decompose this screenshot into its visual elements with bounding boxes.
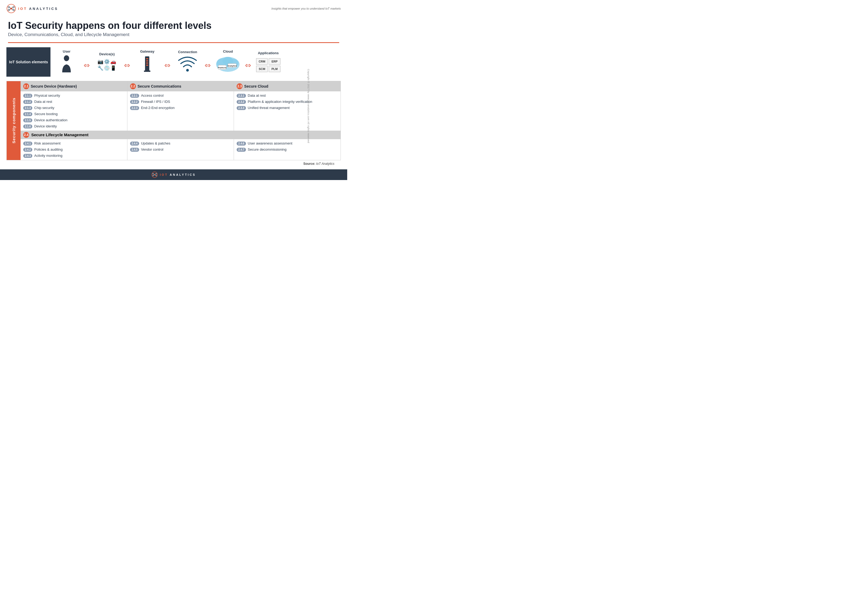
- user-icon: [61, 55, 72, 74]
- svg-point-31: [156, 175, 157, 176]
- communications-title: Secure Communications: [137, 84, 181, 88]
- list-item: 2.1.1 Physical security: [23, 93, 125, 98]
- item-text: Data at rest: [248, 93, 266, 98]
- applications-label: Applications: [258, 51, 279, 55]
- car-icon: 🚗: [110, 59, 116, 65]
- footer: IOT ANALYTICS: [0, 169, 347, 180]
- footer-logo-text: IOT ANALYTICS: [160, 173, 196, 176]
- svg-line-6: [10, 7, 11, 9]
- item-badge: 2.3.1: [237, 94, 246, 98]
- connection-label: Connection: [178, 50, 197, 54]
- lifecycle-num-badge: 2.4: [23, 132, 29, 138]
- svg-point-28: [152, 173, 154, 174]
- svg-point-30: [152, 175, 154, 176]
- devices-label: Device(s): [99, 52, 115, 56]
- svg-rect-13: [146, 60, 148, 61]
- item-badge: 2.2.1: [130, 94, 139, 98]
- device-header: 2.1 Secure Device (Hardware): [21, 81, 127, 92]
- cloud-sec-header: 2.3 Secure Cloud: [234, 81, 341, 92]
- item-text: Unified threat management: [248, 106, 290, 110]
- svg-line-8: [10, 9, 11, 10]
- item-text: End-2-End encryption: [141, 106, 175, 110]
- list-item: 2.4.1 Risk assessment: [23, 141, 125, 146]
- svg-line-34: [153, 175, 154, 175]
- svg-rect-15: [146, 65, 148, 66]
- item-badge: 2.3.2: [237, 100, 246, 104]
- arrow-connection-cloud: ⇔: [205, 61, 211, 70]
- source-text: Source: IoT Analytics: [6, 160, 341, 167]
- lifecycle-section: 2.4 Secure Lifecycle Management 2.4.1 Ri…: [21, 131, 341, 160]
- list-item: 2.2.2 Firewall / IPS / IDS: [130, 100, 231, 104]
- security-left-label: Security components: [7, 81, 21, 160]
- item-badge: 2.1.4: [23, 112, 32, 116]
- arrow-gateway-connection: ⇔: [164, 61, 171, 70]
- diagram-col-devices: Device(s) 📷 ⚙️ 🚗 🔧 💿 📱: [91, 52, 123, 71]
- iot-solution-label: IoT Solution elements: [6, 47, 50, 77]
- logo-text: IOT ANALYTICS: [18, 6, 58, 11]
- svg-point-1: [10, 8, 12, 9]
- item-badge: 2.1.1: [23, 94, 32, 98]
- item-badge: 2.2.2: [130, 100, 139, 104]
- gateway-label: Gateway: [140, 49, 154, 53]
- list-item: 2.1.3 Chip security: [23, 106, 125, 110]
- svg-point-27: [154, 174, 155, 175]
- item-text: Access control: [141, 93, 164, 98]
- lifecycle-col-1: 2.4.1 Risk assessment 2.4.2 Policies & a…: [21, 139, 127, 160]
- item-text: Vendor control: [141, 148, 163, 151]
- svg-rect-14: [146, 63, 148, 64]
- device-icons: 📷 ⚙️ 🚗 🔧 💿 📱: [97, 59, 116, 71]
- cloud-num-badge: 2.3: [237, 83, 242, 89]
- security-table: Security components 2.1 Secure Device (H…: [6, 81, 341, 160]
- svg-rect-16: [144, 70, 150, 72]
- wifi-icon: [178, 56, 197, 73]
- lifecycle-header: 2.4 Secure Lifecycle Management: [21, 131, 341, 139]
- main-content: IoT Solution elements User ⇔ Device(s) 📷…: [0, 43, 347, 169]
- diagram-col-user: User: [50, 49, 82, 74]
- item-badge: 2.2.3: [130, 106, 139, 110]
- item-text: Policies & auditing: [34, 148, 62, 151]
- footer-logo-icon: [151, 171, 158, 178]
- item-text: User awareness assessment: [248, 141, 292, 145]
- cloud-items: 2.3.1 Data at rest 2.3.2 Platform & appl…: [234, 92, 341, 131]
- list-item: 2.1.6 Device identity: [23, 124, 125, 128]
- item-badge: 2.4.2: [23, 148, 32, 152]
- item-text: Chip security: [34, 106, 54, 110]
- list-item: 2.4.5 Vendor control: [130, 148, 231, 152]
- item-text: Platform & application integrity verific…: [248, 100, 312, 104]
- item-text: Firewall / IPS / IDS: [141, 100, 170, 104]
- svg-line-7: [12, 7, 13, 9]
- main-title: IoT Security happens on four different l…: [8, 20, 339, 31]
- communications-items: 2.2.1 Access control 2.2.2 Firewall / IP…: [127, 92, 234, 131]
- item-badge: 2.4.1: [23, 142, 32, 146]
- svg-text:Platform: Platform: [218, 67, 227, 69]
- sub-title: Device, Communications, Cloud, and Lifec…: [8, 32, 339, 37]
- diagram-col-connection: Connection: [172, 50, 204, 73]
- svg-line-35: [155, 175, 155, 175]
- logo-area: IOT ANALYTICS: [6, 4, 58, 13]
- cloud-icon: Platform Analytics: [215, 55, 241, 74]
- lifecycle-col-3: 2.4.6 User awareness assessment 2.4.7 Se…: [234, 139, 341, 160]
- device-title: Secure Device (Hardware): [31, 84, 77, 88]
- item-text: Device authentication: [34, 118, 67, 122]
- communications-num-badge: 2.2: [130, 83, 136, 89]
- list-item: 2.4.6 User awareness assessment: [237, 141, 338, 146]
- item-text: Secure booting: [34, 112, 58, 116]
- list-item: 2.3.2 Platform & application integrity v…: [237, 100, 338, 104]
- svg-line-32: [153, 174, 154, 174]
- list-item: 2.2.1 Access control: [130, 93, 231, 98]
- svg-text:Analytics: Analytics: [228, 65, 237, 67]
- gateway-icon: [141, 55, 153, 74]
- settings-icon: ⚙️: [104, 59, 110, 65]
- cloud-label: Cloud: [223, 49, 233, 53]
- item-badge: 2.4.4: [130, 142, 139, 146]
- svg-point-10: [64, 55, 69, 61]
- list-item: 2.4.3 Activity monitoring: [23, 154, 125, 158]
- item-badge: 2.4.3: [23, 154, 32, 158]
- svg-point-17: [186, 69, 189, 72]
- diagram-section: IoT Solution elements User ⇔ Device(s) 📷…: [6, 47, 341, 77]
- three-col-row: 2.1 Secure Device (Hardware) 2.1.1 Physi…: [21, 81, 341, 131]
- list-item: 2.2.3 End-2-End encryption: [130, 106, 231, 110]
- device-items: 2.1.1 Physical security 2.1.2 Data at re…: [21, 92, 127, 131]
- disc-icon: 💿: [104, 65, 110, 71]
- svg-rect-12: [146, 58, 148, 59]
